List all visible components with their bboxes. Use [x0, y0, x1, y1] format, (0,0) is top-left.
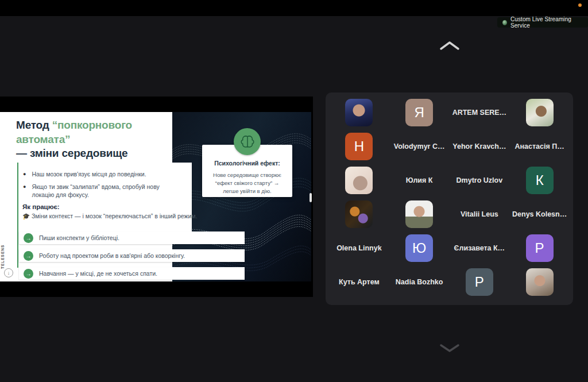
- slide-title-line2: — зміни середовище: [16, 146, 188, 161]
- participant-avatar-photo-woman-dark-hair-blue-dress: [345, 99, 373, 126]
- bullet-dot-icon: ●: [23, 170, 26, 178]
- presentation-slide: Метод “попкорнового автомата” — зміни се…: [0, 112, 311, 281]
- graduation-cap-icon: 🎓: [22, 213, 30, 219]
- arrow-circle-icon: →: [24, 233, 33, 243]
- participant-tile[interactable]: Vitalii Leus: [450, 197, 510, 231]
- participant-tile[interactable]: Єлизавета К…: [450, 231, 510, 265]
- slide-down-arrow-icon: ↓: [4, 268, 13, 277]
- arrow-circle-icon: →: [24, 251, 33, 261]
- bullet-text: Наш мозок прив'язує місця до поведінки.: [32, 170, 146, 178]
- effect-card-text: Нове середовище створює “ефект свіжого с…: [208, 171, 287, 195]
- slide-title: Метод “попкорнового автомата” — зміни се…: [16, 118, 188, 161]
- how-it-works-text: 🎓 Зміни контекст — і мозок “переключаєть…: [22, 212, 215, 220]
- participant-tile[interactable]: P: [450, 265, 510, 299]
- participant-tile[interactable]: [329, 197, 389, 231]
- participant-name: Куть Артем: [339, 278, 380, 286]
- participant-name: Denys Kolesn…: [512, 210, 567, 218]
- brain-icon: [234, 128, 261, 155]
- slide-bullet: ● Якщо ти звик “залипати” вдома, спробуй…: [23, 183, 169, 199]
- participant-avatar-photo-woman-long-dark-hair: [526, 268, 554, 296]
- participant-name: Volodymyr C…: [394, 142, 445, 151]
- participants-panel: ЯARTEM SERE…НVolodymyr C…Yehor Kravch…Ан…: [326, 92, 573, 305]
- scroll-up-chevron-icon[interactable]: [439, 40, 460, 51]
- action-item-text: Навчання — у місці, де не хочеться спати…: [39, 270, 157, 277]
- panel-drag-handle[interactable]: [310, 193, 312, 202]
- participant-tile[interactable]: К: [509, 163, 570, 197]
- live-indicator-icon: [502, 20, 507, 25]
- action-item-text: Роботу над проектом роби в кав'ярні або …: [39, 252, 185, 259]
- arrow-circle-icon: →: [24, 269, 33, 279]
- participant-avatar-letter: К: [526, 167, 554, 194]
- participant-avatar-photo-person-long-hair-outdoors: [526, 99, 554, 126]
- participant-tile[interactable]: [509, 95, 570, 129]
- live-streaming-label: Custom Live Streaming Service: [510, 16, 583, 29]
- live-streaming-badge[interactable]: Custom Live Streaming Service: [497, 17, 588, 28]
- participant-tile[interactable]: Dmytro Uzlov: [450, 163, 510, 197]
- action-item: → Роботу над проектом роби в кав'ярні аб…: [19, 249, 245, 262]
- participant-tile[interactable]: Анастасія П…: [509, 129, 570, 163]
- participant-tile[interactable]: Volodymyr C…: [389, 129, 450, 163]
- participant-avatar-letter: Н: [345, 133, 373, 160]
- scroll-down-chevron-icon[interactable]: [439, 343, 460, 353]
- participants-grid: ЯARTEM SERE…НVolodymyr C…Yehor Kravch…Ан…: [326, 92, 573, 302]
- green-accent-line: [17, 163, 18, 268]
- participant-name: Vitalii Leus: [461, 210, 498, 218]
- participant-tile[interactable]: [329, 95, 389, 129]
- participant-tile[interactable]: ARTEM SERE…: [450, 95, 510, 129]
- bullet-text: Якщо ти звик “залипати” вдома, спробуй н…: [32, 183, 169, 199]
- participant-name: Єлизавета К…: [454, 244, 505, 252]
- how-it-works-body: Зміни контекст — і мозок “переключається…: [32, 213, 197, 219]
- participant-tile[interactable]: Nadia Bozhko: [389, 265, 450, 299]
- participant-tile[interactable]: Куть Артем: [329, 265, 389, 299]
- participant-avatar-letter: Р: [526, 234, 554, 262]
- participant-avatar-letter: P: [466, 268, 493, 296]
- participant-tile[interactable]: [509, 265, 570, 299]
- participant-tile[interactable]: Н: [329, 129, 389, 163]
- participant-name: Юлия К: [406, 176, 433, 184]
- participant-tile[interactable]: Я: [389, 95, 450, 129]
- participant-tile[interactable]: [389, 197, 450, 231]
- participant-tile[interactable]: Yehor Kravch…: [450, 129, 510, 163]
- participant-name: Nadia Bozhko: [396, 278, 443, 286]
- action-item-text: Пиши конспекти у бібліотеці.: [39, 234, 119, 241]
- participant-tile[interactable]: Р: [509, 231, 570, 265]
- shared-screen-view: Метод “попкорнового автомата” — зміни се…: [0, 97, 313, 297]
- participant-name: Olena Linnyk: [336, 244, 382, 252]
- participant-tile[interactable]: [329, 163, 389, 197]
- effect-card-title: Психологічний ефект:: [208, 160, 287, 167]
- participant-tile[interactable]: Denys Kolesn…: [509, 197, 570, 231]
- participant-name: Yehor Kravch…: [452, 142, 506, 151]
- participant-avatar-letter: Я: [405, 99, 433, 126]
- participant-avatar-photo-young-man-green-hoodie: [405, 200, 433, 228]
- participant-tile[interactable]: Юлия К: [389, 163, 450, 197]
- action-item: → Навчання — у місці, де не хочеться спа…: [19, 267, 245, 280]
- notification-dot: [578, 3, 582, 7]
- window-title-bar: [0, 0, 588, 16]
- slide-title-prefix: Метод: [16, 119, 52, 131]
- slide-white-block: [170, 163, 192, 234]
- participant-tile[interactable]: Olena Linnyk: [329, 231, 389, 265]
- how-it-works-title: Як працює:: [22, 203, 60, 210]
- participant-avatar-photo-colorful-artwork: [345, 200, 373, 228]
- participant-avatar-photo-cat-on-bed: [345, 167, 373, 194]
- action-item: → Пиши конспекти у бібліотеці.: [19, 231, 245, 244]
- bullet-dot-icon: ●: [23, 183, 26, 199]
- participant-name: Dmytro Uzlov: [457, 176, 503, 184]
- participant-name: Анастасія П…: [515, 142, 564, 151]
- participant-tile[interactable]: Ю: [389, 231, 450, 265]
- participant-avatar-letter: Ю: [405, 234, 433, 262]
- participant-name: ARTEM SERE…: [452, 109, 506, 117]
- slide-bullet: ● Наш мозок прив'язує місця до поведінки…: [23, 170, 169, 178]
